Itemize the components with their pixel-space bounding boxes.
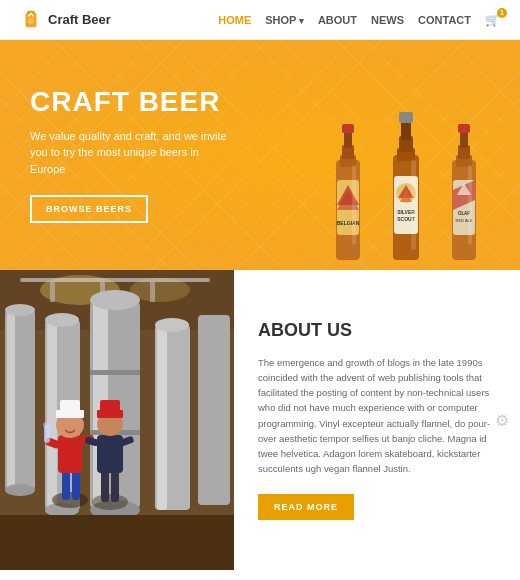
svg-rect-40 [20,278,210,282]
cart-button[interactable]: 🛒 1 [485,13,500,27]
nav-news[interactable]: NEWS [371,14,404,26]
nav-about[interactable]: ABOUT [318,14,357,26]
about-section: ABOUT US The emergence and growth of blo… [0,270,520,570]
svg-rect-29 [458,124,470,133]
bottle-belgian: BELGIAN [322,100,374,270]
svg-rect-59 [157,325,167,510]
about-text: The emergence and growth of blogs in the… [258,355,496,477]
brand-logo[interactable]: Craft Beer [20,9,111,31]
svg-rect-24 [411,160,416,250]
svg-rect-45 [7,310,15,490]
brand-name: Craft Beer [48,12,111,27]
svg-rect-75 [101,470,109,502]
svg-rect-62 [0,515,234,570]
read-more-button[interactable]: READ MORE [258,494,354,520]
gear-icon[interactable]: ⚙ [492,410,512,430]
svg-rect-49 [47,320,57,510]
hero-subtitle: We value quality and craft, and we invit… [30,128,230,178]
hero-title: CRAFT BEER [30,87,283,118]
brewery-scene [0,270,234,570]
svg-rect-82 [100,400,120,412]
svg-rect-64 [62,470,70,500]
svg-rect-7 [342,124,354,133]
svg-rect-65 [72,470,80,500]
svg-point-47 [5,484,35,496]
navbar: Craft Beer HOME SHOP ABOUT NEWS CONTACT … [0,0,520,40]
about-image [0,270,234,570]
svg-point-70 [43,422,51,428]
about-title: ABOUT US [258,320,496,341]
hero-bottles: BELGIAN SILVER SCOUT [322,90,490,270]
hero-section: CRAFT BEER We value quality and craft, a… [0,40,520,270]
svg-rect-17 [399,112,413,123]
hero-content: CRAFT BEER We value quality and craft, a… [30,87,283,223]
svg-point-54 [90,290,140,310]
nav-home[interactable]: HOME [218,14,251,26]
svg-text:BELGIAN: BELGIAN [337,220,360,226]
svg-rect-77 [97,435,123,473]
svg-point-74 [92,494,128,510]
nav-shop[interactable]: SHOP [265,14,304,26]
nav-links: HOME SHOP ABOUT NEWS CONTACT 🛒 1 [218,13,500,27]
svg-rect-56 [90,370,140,375]
bottle-olaf-red-ale: OLAF RED ALE [438,100,490,270]
svg-rect-76 [111,470,119,502]
browse-beers-button[interactable]: BROWSE BEERS [30,195,148,223]
about-content: ABOUT US The emergence and growth of blo… [234,270,520,570]
svg-rect-41 [50,282,55,302]
nav-contact[interactable]: CONTACT [418,14,471,26]
svg-point-46 [5,304,35,316]
svg-point-60 [155,318,189,332]
svg-rect-61 [198,315,230,505]
svg-rect-12 [352,165,356,245]
bottle-silver-scout: SILVER SCOUT [378,90,434,270]
svg-rect-35 [468,165,472,245]
svg-point-50 [45,313,79,327]
svg-rect-73 [60,400,80,412]
beer-icon [20,9,42,31]
svg-point-2 [28,18,34,24]
svg-rect-43 [150,282,155,302]
cart-badge: 1 [497,8,507,18]
